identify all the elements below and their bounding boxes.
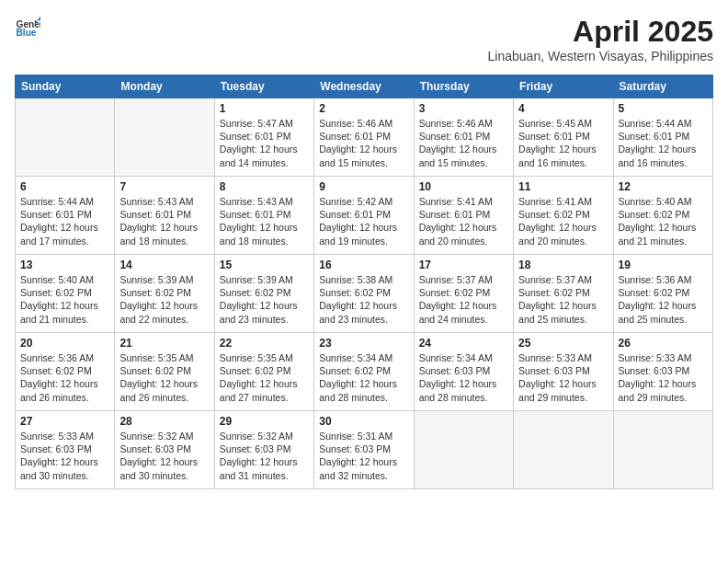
- calendar-cell: 29Sunrise: 5:32 AM Sunset: 6:03 PM Dayli…: [214, 411, 313, 489]
- calendar-cell: 16Sunrise: 5:38 AM Sunset: 6:02 PM Dayli…: [314, 255, 414, 333]
- day-number: 24: [419, 337, 508, 350]
- month-year-title: April 2025: [488, 15, 713, 49]
- day-number: 14: [119, 259, 209, 271]
- calendar-cell: 9Sunrise: 5:42 AM Sunset: 6:01 PM Daylig…: [314, 177, 414, 255]
- day-number: 30: [319, 415, 408, 428]
- day-number: 22: [220, 337, 309, 350]
- day-number: 5: [619, 102, 708, 115]
- day-info: Sunrise: 5:31 AM Sunset: 6:03 PM Dayligh…: [319, 430, 408, 482]
- weekday-header-monday: Monday: [115, 75, 214, 98]
- day-info: Sunrise: 5:36 AM Sunset: 6:02 PM Dayligh…: [20, 351, 109, 404]
- day-info: Sunrise: 5:46 AM Sunset: 6:01 PM Dayligh…: [319, 117, 408, 169]
- day-info: Sunrise: 5:39 AM Sunset: 6:02 PM Dayligh…: [220, 273, 309, 326]
- calendar-cell: 15Sunrise: 5:39 AM Sunset: 6:02 PM Dayli…: [214, 255, 313, 333]
- calendar-cell: [115, 98, 214, 177]
- calendar-cell: 20Sunrise: 5:36 AM Sunset: 6:02 PM Dayli…: [16, 333, 115, 411]
- calendar-cell: 2Sunrise: 5:46 AM Sunset: 6:01 PM Daylig…: [314, 98, 414, 177]
- day-info: Sunrise: 5:33 AM Sunset: 6:03 PM Dayligh…: [619, 351, 708, 404]
- calendar-cell: [514, 411, 613, 489]
- weekday-header-sunday: Sunday: [16, 75, 115, 98]
- svg-text:Blue: Blue: [17, 28, 37, 38]
- day-info: Sunrise: 5:34 AM Sunset: 6:02 PM Dayligh…: [319, 351, 408, 404]
- day-number: 26: [619, 337, 708, 350]
- calendar-cell: 4Sunrise: 5:45 AM Sunset: 6:01 PM Daylig…: [514, 98, 613, 177]
- weekday-header-friday: Friday: [514, 75, 613, 98]
- day-number: 8: [220, 180, 309, 193]
- calendar-cell: 21Sunrise: 5:35 AM Sunset: 6:02 PM Dayli…: [115, 333, 214, 411]
- calendar-cell: 27Sunrise: 5:33 AM Sunset: 6:03 PM Dayli…: [16, 411, 115, 489]
- day-info: Sunrise: 5:35 AM Sunset: 6:02 PM Dayligh…: [119, 351, 209, 404]
- day-number: 11: [518, 180, 608, 193]
- day-number: 2: [319, 102, 408, 115]
- calendar-cell: 3Sunrise: 5:46 AM Sunset: 6:01 PM Daylig…: [414, 98, 513, 177]
- day-info: Sunrise: 5:47 AM Sunset: 6:01 PM Dayligh…: [220, 117, 309, 169]
- weekday-header-saturday: Saturday: [613, 75, 712, 98]
- calendar-cell: 18Sunrise: 5:37 AM Sunset: 6:02 PM Dayli…: [514, 255, 613, 333]
- calendar-cell: [613, 411, 712, 489]
- calendar-table: SundayMondayTuesdayWednesdayThursdayFrid…: [15, 75, 713, 489]
- day-info: Sunrise: 5:46 AM Sunset: 6:01 PM Dayligh…: [419, 117, 508, 169]
- calendar-cell: 6Sunrise: 5:44 AM Sunset: 6:01 PM Daylig…: [16, 177, 115, 255]
- calendar-cell: 13Sunrise: 5:40 AM Sunset: 6:02 PM Dayli…: [16, 255, 115, 333]
- day-number: 16: [319, 259, 408, 271]
- weekday-header-tuesday: Tuesday: [214, 75, 313, 98]
- day-number: 20: [20, 337, 109, 350]
- week-row-5: 27Sunrise: 5:33 AM Sunset: 6:03 PM Dayli…: [16, 411, 713, 489]
- day-info: Sunrise: 5:32 AM Sunset: 6:03 PM Dayligh…: [119, 430, 209, 482]
- day-number: 17: [419, 259, 508, 271]
- day-info: Sunrise: 5:34 AM Sunset: 6:03 PM Dayligh…: [419, 351, 508, 404]
- day-number: 7: [119, 180, 209, 193]
- weekday-header-thursday: Thursday: [414, 75, 513, 98]
- day-number: 10: [419, 180, 508, 193]
- calendar-cell: 11Sunrise: 5:41 AM Sunset: 6:02 PM Dayli…: [514, 177, 613, 255]
- day-number: 19: [619, 259, 708, 271]
- day-number: 18: [518, 259, 608, 271]
- day-info: Sunrise: 5:44 AM Sunset: 6:01 PM Dayligh…: [619, 117, 708, 169]
- day-info: Sunrise: 5:36 AM Sunset: 6:02 PM Dayligh…: [619, 273, 708, 326]
- weekday-header-row: SundayMondayTuesdayWednesdayThursdayFrid…: [16, 75, 713, 98]
- day-number: 29: [220, 415, 309, 428]
- week-row-1: 1Sunrise: 5:47 AM Sunset: 6:01 PM Daylig…: [16, 98, 713, 177]
- calendar-cell: 14Sunrise: 5:39 AM Sunset: 6:02 PM Dayli…: [115, 255, 214, 333]
- calendar-cell: 26Sunrise: 5:33 AM Sunset: 6:03 PM Dayli…: [613, 333, 712, 411]
- day-number: 12: [619, 180, 708, 193]
- calendar-cell: [414, 411, 513, 489]
- day-info: Sunrise: 5:45 AM Sunset: 6:01 PM Dayligh…: [518, 117, 608, 169]
- day-info: Sunrise: 5:33 AM Sunset: 6:03 PM Dayligh…: [20, 430, 109, 482]
- calendar-cell: 1Sunrise: 5:47 AM Sunset: 6:01 PM Daylig…: [214, 98, 313, 177]
- day-number: 3: [419, 102, 508, 115]
- calendar-cell: 30Sunrise: 5:31 AM Sunset: 6:03 PM Dayli…: [314, 411, 414, 489]
- day-number: 13: [20, 259, 109, 271]
- day-info: Sunrise: 5:41 AM Sunset: 6:01 PM Dayligh…: [419, 195, 508, 247]
- day-number: 4: [518, 102, 608, 115]
- title-block: April 2025 Linabuan, Western Visayas, Ph…: [488, 15, 713, 63]
- day-number: 1: [220, 102, 309, 115]
- day-info: Sunrise: 5:44 AM Sunset: 6:01 PM Dayligh…: [20, 195, 109, 247]
- calendar-cell: 5Sunrise: 5:44 AM Sunset: 6:01 PM Daylig…: [613, 98, 712, 177]
- calendar-cell: 28Sunrise: 5:32 AM Sunset: 6:03 PM Dayli…: [115, 411, 214, 489]
- day-info: Sunrise: 5:43 AM Sunset: 6:01 PM Dayligh…: [119, 195, 209, 247]
- day-number: 15: [220, 259, 309, 271]
- day-info: Sunrise: 5:41 AM Sunset: 6:02 PM Dayligh…: [518, 195, 608, 247]
- logo-icon: General Blue: [15, 15, 40, 40]
- calendar-cell: 10Sunrise: 5:41 AM Sunset: 6:01 PM Dayli…: [414, 177, 513, 255]
- calendar-cell: 19Sunrise: 5:36 AM Sunset: 6:02 PM Dayli…: [613, 255, 712, 333]
- calendar-cell: 7Sunrise: 5:43 AM Sunset: 6:01 PM Daylig…: [115, 177, 214, 255]
- calendar-cell: 25Sunrise: 5:33 AM Sunset: 6:03 PM Dayli…: [514, 333, 613, 411]
- day-number: 6: [20, 180, 109, 193]
- day-info: Sunrise: 5:33 AM Sunset: 6:03 PM Dayligh…: [518, 351, 608, 404]
- calendar-cell: 17Sunrise: 5:37 AM Sunset: 6:02 PM Dayli…: [414, 255, 513, 333]
- weekday-header-wednesday: Wednesday: [314, 75, 414, 98]
- day-info: Sunrise: 5:40 AM Sunset: 6:02 PM Dayligh…: [20, 273, 109, 326]
- calendar-cell: 12Sunrise: 5:40 AM Sunset: 6:02 PM Dayli…: [613, 177, 712, 255]
- location-subtitle: Linabuan, Western Visayas, Philippines: [488, 49, 713, 63]
- day-info: Sunrise: 5:39 AM Sunset: 6:02 PM Dayligh…: [119, 273, 209, 326]
- day-number: 9: [319, 180, 408, 193]
- week-row-4: 20Sunrise: 5:36 AM Sunset: 6:02 PM Dayli…: [16, 333, 713, 411]
- day-number: 28: [119, 415, 209, 428]
- week-row-3: 13Sunrise: 5:40 AM Sunset: 6:02 PM Dayli…: [16, 255, 713, 333]
- logo: General Blue: [15, 15, 40, 40]
- day-number: 21: [119, 337, 209, 350]
- day-number: 25: [518, 337, 608, 350]
- day-number: 23: [319, 337, 408, 350]
